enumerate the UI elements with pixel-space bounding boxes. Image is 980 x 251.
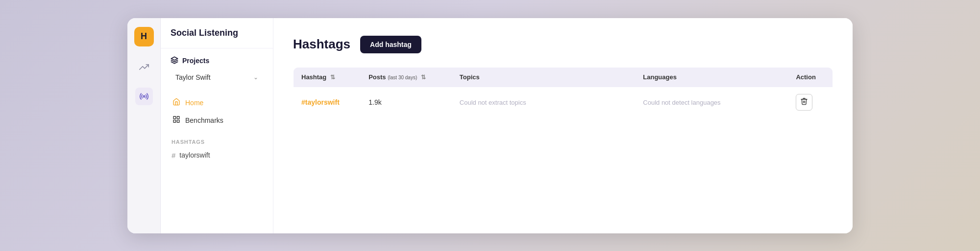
page-title: Hashtags	[293, 37, 350, 52]
layers-icon	[171, 56, 178, 66]
th-languages: Languages	[635, 67, 788, 87]
projects-label: Projects	[182, 57, 209, 65]
trash-icon	[800, 97, 808, 105]
th-topics: Topics	[452, 67, 636, 87]
add-hashtag-button[interactable]: Add hashtag	[360, 36, 421, 53]
hashtag-table: Hashtag ⇅ Posts (last 30 days) ⇅ Topics …	[293, 67, 833, 118]
hashtag-nav-taylorswift[interactable]: # taylorswift	[161, 148, 273, 163]
home-label: Home	[185, 99, 203, 107]
sort-icon-hashtag[interactable]: ⇅	[330, 74, 335, 81]
cell-action	[788, 87, 833, 117]
svg-point-0	[143, 95, 145, 97]
table-header: Hashtag ⇅ Posts (last 30 days) ⇅ Topics …	[294, 67, 833, 87]
delete-button[interactable]	[796, 94, 812, 111]
projects-header[interactable]: Projects	[171, 56, 263, 66]
cell-posts: 1.9k	[361, 87, 452, 117]
hashtag-nav-label: taylorswift	[179, 151, 210, 159]
main-content: Hashtags Add hashtag Hashtag ⇅ Posts (la…	[273, 18, 853, 233]
hashtags-section-label: HASHTAGS	[161, 133, 273, 148]
sidebar-title: Social Listening	[161, 28, 273, 48]
chevron-down-icon: ⌄	[253, 74, 258, 81]
svg-rect-4	[177, 120, 179, 122]
table-header-row: Hashtag ⇅ Posts (last 30 days) ⇅ Topics …	[294, 67, 833, 87]
cell-hashtag: #taylorswift	[294, 87, 361, 117]
nav-item-benchmarks[interactable]: Benchmarks	[167, 112, 267, 129]
project-item-taylor-swift[interactable]: Taylor Swift ⌄	[171, 70, 263, 84]
rail-icon-signal[interactable]	[135, 88, 153, 105]
svg-rect-3	[177, 116, 179, 119]
project-name: Taylor Swift	[175, 73, 211, 81]
page-header: Hashtags Add hashtag	[293, 36, 833, 53]
cell-languages: Could not detect languages	[635, 87, 788, 117]
th-action: Action	[788, 67, 833, 87]
hash-icon: #	[172, 151, 175, 160]
projects-section: Projects Taylor Swift ⌄	[161, 48, 273, 88]
icon-rail: H	[127, 18, 161, 233]
logo-icon: H	[134, 27, 154, 46]
app-container: H Social Listening	[127, 18, 853, 233]
benchmarks-icon	[172, 115, 180, 125]
benchmarks-label: Benchmarks	[185, 116, 223, 124]
sort-icon-posts[interactable]: ⇅	[421, 74, 426, 81]
nav-section: Home Benchmarks	[161, 88, 273, 133]
table-body: #taylorswift 1.9k Could not extract topi…	[294, 87, 833, 117]
table-row: #taylorswift 1.9k Could not extract topi…	[294, 87, 833, 117]
home-icon	[172, 98, 180, 108]
th-posts: Posts (last 30 days) ⇅	[361, 67, 452, 87]
svg-marker-1	[171, 57, 177, 60]
nav-item-home[interactable]: Home	[167, 94, 267, 112]
sidebar: Social Listening Projects Taylor Swift ⌄	[161, 18, 273, 233]
th-hashtag: Hashtag ⇅	[294, 67, 361, 87]
hashtag-link[interactable]: #taylorswift	[301, 98, 340, 106]
rail-icon-chart[interactable]	[135, 58, 153, 76]
svg-rect-2	[173, 116, 176, 119]
svg-rect-5	[173, 120, 176, 122]
cell-topics: Could not extract topics	[452, 87, 636, 117]
